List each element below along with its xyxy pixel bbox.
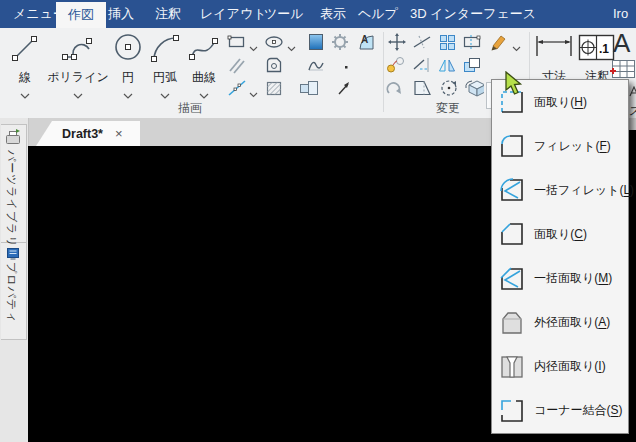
pencil-icon — [488, 33, 508, 51]
tool-circle[interactable]: 円 — [112, 32, 144, 104]
tool-dimension[interactable]: 寸法 — [533, 32, 575, 66]
tool-line[interactable]: 線 — [6, 32, 44, 104]
copy-icon — [385, 56, 405, 74]
ellipse-tool[interactable] — [264, 32, 284, 52]
hatch-gradient-icon — [307, 33, 325, 51]
menu-item-multi-chamfer[interactable]: 一括面取り(M) — [492, 257, 628, 301]
hatch-region-tool[interactable] — [264, 78, 284, 98]
chevron-down-icon[interactable] — [249, 84, 258, 102]
undo-curve-tool[interactable] — [385, 78, 405, 98]
chevron-down-icon[interactable] — [160, 93, 170, 100]
line-icon — [9, 32, 41, 64]
corner-join-icon — [498, 397, 526, 425]
stretch-icon — [462, 33, 482, 51]
construction-line-tool[interactable] — [227, 78, 247, 98]
offset-entities-tool[interactable] — [462, 55, 482, 75]
sidebar-label-properties[interactable]: プロパティ — [4, 262, 19, 323]
polyline-icon — [60, 32, 96, 64]
inner-chamfer-icon — [498, 353, 526, 381]
close-icon[interactable]: × — [115, 126, 123, 141]
curved-arrow-icon — [385, 79, 405, 97]
chevron-down-icon[interactable] — [20, 93, 30, 100]
curve-tool[interactable] — [306, 55, 326, 75]
chevron-down-icon[interactable] — [73, 93, 83, 100]
tool-arc[interactable]: 円弧 — [146, 32, 184, 104]
clipped-tool-icon — [629, 86, 636, 101]
text-tool-icon[interactable]: A — [613, 28, 630, 59]
region-icon — [264, 56, 284, 74]
sidebar-label-parts-library[interactable]: パーツライブラリ — [4, 150, 19, 248]
mouse-cursor — [504, 71, 524, 97]
solid-tool[interactable] — [298, 78, 318, 98]
svg-text:A: A — [361, 34, 368, 45]
table-icon — [608, 58, 636, 80]
hatch-tool[interactable] — [306, 32, 326, 52]
rotate-3d-tool[interactable] — [464, 78, 484, 98]
pattern-tool[interactable] — [437, 32, 457, 52]
curve-icon — [306, 56, 326, 74]
menu-item-corner-join[interactable]: コーナー結合(S) — [492, 389, 628, 433]
menu-tab-overflow[interactable]: Iro — [613, 0, 628, 28]
taper-icon — [412, 79, 432, 97]
area-icon: A — [357, 33, 377, 52]
extend-tool[interactable] — [412, 55, 432, 75]
menu-tab-3d-interface[interactable]: 3D インターフェース — [410, 0, 536, 28]
trim-icon — [412, 33, 432, 51]
chevron-down-icon[interactable] — [249, 38, 258, 56]
rectangle-tool[interactable] — [227, 32, 247, 52]
chevron-down-icon[interactable] — [199, 93, 209, 100]
document-tab-draft3[interactable]: Draft3* × — [36, 121, 140, 146]
point-tool[interactable] — [336, 57, 356, 77]
table-tool[interactable] — [608, 58, 636, 80]
menu-tab-draw-active[interactable]: 作図 — [56, 2, 106, 28]
chevron-down-icon[interactable] — [287, 38, 296, 56]
spline-icon — [187, 32, 221, 64]
document-tab-title: Draft3* — [62, 127, 103, 141]
stretch-tool[interactable] — [462, 32, 482, 52]
menu-tab-help[interactable]: ヘルプ — [358, 0, 398, 28]
chevron-down-icon[interactable] — [123, 93, 133, 100]
tool-spline[interactable]: 曲線 — [185, 32, 223, 104]
menu-item-outer-chamfer[interactable]: 外径面取り(A) — [492, 301, 628, 345]
group-label-modify: 変更 — [398, 100, 498, 117]
drawing-canvas-sliver — [628, 130, 636, 146]
rotate-3d-icon — [464, 78, 484, 98]
offset-entities-icon — [462, 56, 482, 74]
svg-text:.1: .1 — [599, 42, 609, 56]
menu-tab-tools[interactable]: ツール — [264, 0, 304, 28]
ellipse-icon — [264, 34, 284, 50]
chevron-down-icon[interactable] — [512, 38, 521, 56]
chamfer-tools-dropdown-menu: 面取り(H) フィレット(F) 一括フィレット(L) 面取り(C) — [491, 79, 629, 434]
parts-library-icon — [4, 128, 22, 146]
point-icon — [341, 62, 351, 72]
menu-tab-view[interactable]: 表示 — [320, 0, 346, 28]
offset-tool[interactable] — [227, 55, 247, 75]
taper-tool[interactable] — [412, 78, 432, 98]
multi-fillet-icon — [498, 176, 526, 204]
dimension-icon — [533, 32, 575, 62]
menu-tab-annotate[interactable]: 注釈 — [155, 0, 181, 28]
menu-item-multi-fillet[interactable]: 一括フィレット(L) — [492, 168, 628, 212]
construction-line-icon — [227, 79, 247, 97]
hatch-region-icon — [264, 79, 284, 97]
fillet-icon — [498, 132, 526, 160]
pointer-tool[interactable] — [334, 78, 354, 98]
trim-tool[interactable] — [412, 32, 432, 52]
menu-tab-layout[interactable]: レイアウト — [200, 0, 267, 28]
block-tool[interactable] — [331, 32, 351, 52]
mirror-icon — [437, 56, 457, 74]
menu-item-fillet[interactable]: フィレット(F) — [492, 124, 628, 168]
rotate-tool[interactable] — [439, 78, 459, 98]
application-window: メニュー 作図 挿入 注釈 レイアウト ツール 表示 ヘルプ 3D インターフェ… — [0, 0, 636, 442]
edit-annotation-tool[interactable] — [488, 32, 508, 52]
mirror-tool[interactable] — [437, 55, 457, 75]
menu-item-chamfer-c[interactable]: 面取り(C) — [492, 212, 628, 256]
menu-item-inner-chamfer[interactable]: 内径面取り(I) — [492, 345, 628, 389]
move-icon — [387, 32, 407, 52]
copy-tool[interactable] — [385, 55, 405, 75]
menu-tab-insert[interactable]: 挿入 — [108, 0, 134, 28]
move-tool[interactable] — [387, 32, 407, 52]
tool-polyline[interactable]: ポリライン — [47, 32, 109, 104]
area-tool[interactable]: A — [357, 32, 377, 52]
region-tool[interactable] — [264, 55, 284, 75]
